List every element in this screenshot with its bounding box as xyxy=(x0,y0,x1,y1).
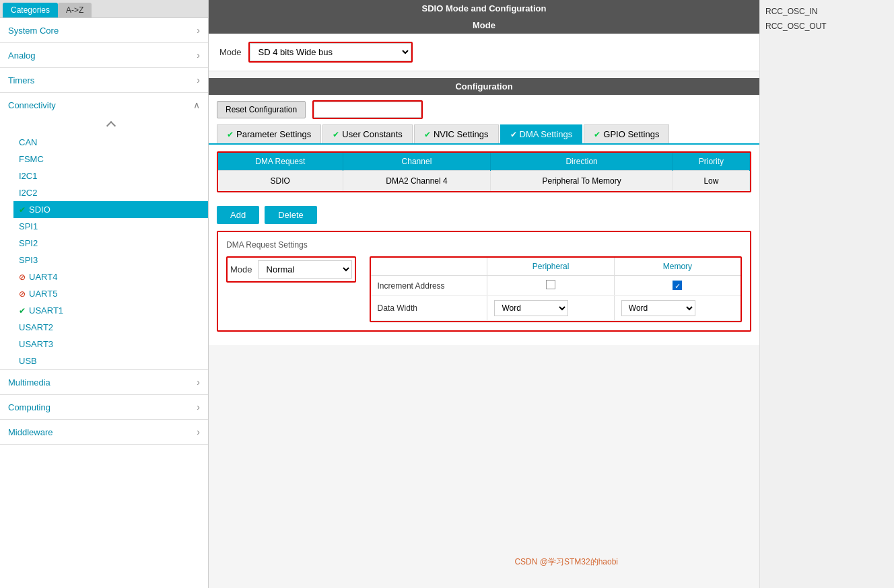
dma-cell-direction: Peripheral To Memory xyxy=(491,171,673,192)
sidebar-items-connectivity: CANFSMCI2C1I2C2✔SDIOSPI1SPI2SPI3⊘UART4⊘U… xyxy=(0,117,208,369)
sidebar-item-uart5[interactable]: ⊘UART5 xyxy=(13,285,208,302)
increment-address-label: Increment Address xyxy=(371,276,487,296)
sidebar-section-header-system-core[interactable]: System Core› xyxy=(0,18,208,42)
chevron-icon-middleware: › xyxy=(197,427,200,437)
dma-mode-select[interactable]: Normal Circular xyxy=(258,260,352,279)
sidebar-section-system-core: System Core› xyxy=(0,18,208,43)
sidebar-section-computing: Computing› xyxy=(0,395,208,420)
sidebar-item-spi1[interactable]: SPI1 xyxy=(13,218,208,235)
memory-data-width-cell: Word Half Word Byte xyxy=(614,296,741,321)
sidebar-item-label-uart4: UART4 xyxy=(29,272,57,282)
tab-label-parameter-settings: Parameter Settings xyxy=(236,129,311,139)
top-title-bar: SDIO Mode and Configuration xyxy=(209,0,759,17)
sidebar-item-usart3[interactable]: USART3 xyxy=(13,336,208,353)
dma-cell-channel: DMA2 Channel 4 xyxy=(343,171,491,192)
sidebar-item-can[interactable]: CAN xyxy=(13,134,208,151)
peripheral-increment-check[interactable] xyxy=(487,276,614,296)
sidebar-section-header-connectivity[interactable]: Connectivity∧ xyxy=(0,93,208,117)
sidebar-item-i2c2[interactable]: I2C2 xyxy=(13,184,208,201)
tab-label-user-constants: User Constants xyxy=(342,129,403,139)
dma-cell-priority: Low xyxy=(673,171,749,192)
config-title: Configuration xyxy=(455,81,512,91)
top-title: SDIO Mode and Configuration xyxy=(422,3,547,13)
sidebar-section-analog: Analog› xyxy=(0,43,208,68)
reset-config-button[interactable]: Reset Configuration xyxy=(217,101,306,118)
sidebar-section-header-computing[interactable]: Computing› xyxy=(0,395,208,419)
config-tab-gpio-settings[interactable]: ✔GPIO Settings xyxy=(584,124,669,143)
sidebar-item-usart2[interactable]: USART2 xyxy=(13,319,208,336)
dma-mode-row: Mode Normal Circular xyxy=(226,256,356,283)
sidebar-item-spi2[interactable]: SPI2 xyxy=(13,235,208,252)
status-icon-sdio: ✔ xyxy=(19,205,26,215)
sidebar-item-spi3[interactable]: SPI3 xyxy=(13,252,208,268)
peripheral-data-width-select[interactable]: Word Half Word Byte xyxy=(494,300,568,316)
sidebar-item-label-can: CAN xyxy=(19,137,37,147)
tab-check-icon-nvic-settings: ✔ xyxy=(424,130,431,139)
search-input[interactable] xyxy=(314,102,421,118)
sidebar-item-label-uart5: UART5 xyxy=(29,289,57,299)
sidebar-section-header-timers[interactable]: Timers› xyxy=(0,68,208,92)
mode-section: Mode SD 4 bits Wide bus SD 1 bit Wide bu… xyxy=(209,34,759,71)
sidebar-item-label-usb: USB xyxy=(19,356,37,366)
config-tab-user-constants[interactable]: ✔User Constants xyxy=(322,124,413,143)
action-buttons: Add Delete xyxy=(209,199,759,231)
tab-label-gpio-settings: GPIO Settings xyxy=(603,129,659,139)
sidebar-tabs: Categories A->Z xyxy=(0,0,208,18)
sidebar-section-header-multimedia[interactable]: Multimedia› xyxy=(0,370,208,394)
tab-categories[interactable]: Categories xyxy=(3,3,58,17)
memory-increment-checkbox[interactable]: ✓ xyxy=(673,281,682,290)
sidebar-item-label-spi3: SPI3 xyxy=(19,255,38,265)
tab-check-icon-user-constants: ✔ xyxy=(333,130,339,139)
mode-dropdown-wrapper: SD 4 bits Wide bus SD 1 bit Wide bus Dis… xyxy=(248,42,413,63)
tab-check-icon-dma-settings: ✔ xyxy=(510,130,517,139)
sidebar-section-label-timers: Timers xyxy=(8,75,34,85)
dma-table-wrapper: DMA Request Channel Direction Priority S… xyxy=(217,151,751,192)
dma-settings-grid: Mode Normal Circular Peripheral Memory xyxy=(226,256,742,322)
col-header-dma-request: DMA Request xyxy=(218,153,343,171)
right-panel-item-rcc-osc-in: RCC_OSC_IN xyxy=(765,7,889,16)
sidebar-item-i2c1[interactable]: I2C1 xyxy=(13,168,208,184)
increment-address-row: Increment Address ✓ xyxy=(371,276,741,296)
data-width-label: Data Width xyxy=(371,296,487,321)
table-row[interactable]: SDIODMA2 Channel 4Peripheral To MemoryLo… xyxy=(218,171,750,192)
status-icon-uart5: ⊘ xyxy=(19,289,26,299)
sidebar-item-label-sdio: SDIO xyxy=(29,205,50,215)
sidebar-item-fsmc[interactable]: FSMC xyxy=(13,151,208,168)
mode-select[interactable]: SD 4 bits Wide bus SD 1 bit Wide bus Dis… xyxy=(250,43,411,61)
mode-title-bar: Mode xyxy=(209,17,759,34)
config-title-bar: Configuration xyxy=(209,78,759,95)
sidebar-section-label-connectivity: Connectivity xyxy=(8,100,56,110)
sidebar-item-uart4[interactable]: ⊘UART4 xyxy=(13,268,208,285)
search-box-wrapper xyxy=(312,100,423,119)
collapse-arrow-icon[interactable] xyxy=(106,121,115,131)
chevron-icon-multimedia: › xyxy=(197,377,200,388)
chevron-icon-computing: › xyxy=(197,402,200,412)
sidebar-section-label-middleware: Middleware xyxy=(8,427,53,437)
sidebar-section-header-analog[interactable]: Analog› xyxy=(0,43,208,67)
memory-data-width-select[interactable]: Word Half Word Byte xyxy=(621,300,695,316)
config-tab-nvic-settings[interactable]: ✔NVIC Settings xyxy=(414,124,499,143)
sidebar-item-usart1[interactable]: ✔USART1 xyxy=(13,302,208,319)
peripheral-increment-checkbox[interactable] xyxy=(546,280,555,289)
sidebar-item-usb[interactable]: USB xyxy=(13,353,208,369)
sidebar-item-label-usart1: USART1 xyxy=(29,305,63,316)
mode-row: Mode SD 4 bits Wide bus SD 1 bit Wide bu… xyxy=(219,42,749,63)
delete-button[interactable]: Delete xyxy=(265,206,317,224)
add-button[interactable]: Add xyxy=(217,206,259,224)
col-header-priority: Priority xyxy=(673,153,749,171)
chevron-icon-connectivity: ∧ xyxy=(193,100,200,110)
sidebar-section-middleware: Middleware› xyxy=(0,420,208,445)
sidebar-item-label-spi2: SPI2 xyxy=(19,238,38,248)
sidebar-item-sdio[interactable]: ✔SDIO xyxy=(13,201,208,218)
config-tab-parameter-settings[interactable]: ✔Parameter Settings xyxy=(217,124,321,143)
dma-settings-wrapper: DMA Request Settings Mode Normal Circula… xyxy=(217,231,751,332)
memory-increment-check[interactable]: ✓ xyxy=(614,276,741,296)
tab-check-icon-gpio-settings: ✔ xyxy=(594,130,600,139)
data-width-row: Data Width Word Half Word Byte xyxy=(371,296,741,321)
sidebar-section-header-middleware[interactable]: Middleware› xyxy=(0,420,208,444)
tab-az[interactable]: A->Z xyxy=(58,3,92,17)
config-tabs: ✔Parameter Settings✔User Constants✔NVIC … xyxy=(209,124,759,145)
config-tab-dma-settings[interactable]: ✔DMA Settings xyxy=(500,124,583,143)
dma-cell-request: SDIO xyxy=(218,171,343,192)
peripheral-col-header: Peripheral xyxy=(487,258,614,276)
